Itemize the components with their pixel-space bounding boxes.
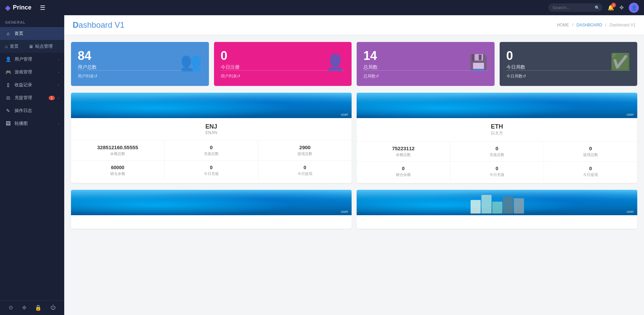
enj-recharge-label: 充值总数 bbox=[167, 151, 255, 156]
currency-4-banner-user: user bbox=[627, 209, 634, 213]
eth-subtitle: 以太方 bbox=[357, 130, 637, 136]
eth-stat-recharge: 0 充值总数 bbox=[450, 141, 544, 161]
fullscreen-icon[interactable]: ✥ bbox=[619, 4, 624, 11]
sub-nav-home[interactable]: ⌂ 首页 bbox=[0, 40, 24, 53]
mini-chart bbox=[469, 190, 637, 215]
currency-panel-eth: user ETH 以太方 75223112 余额总数 0 充值总 bbox=[357, 93, 637, 183]
stat-card-users: 84 用户总数 用户列表↺ 👥 bbox=[71, 42, 209, 86]
sub-nav: ⌂ 首页 🖥 站点管理 bbox=[0, 40, 64, 53]
eth-withdraw-value: 0 bbox=[547, 145, 635, 151]
eth-locked-value: 0 bbox=[359, 166, 447, 171]
sidebar-item-users[interactable]: 👤 用户管理 › bbox=[0, 53, 64, 66]
breadcrumb-sep2: / bbox=[605, 23, 606, 27]
stat-footer-today-rounds[interactable]: 今日局数↺ bbox=[506, 70, 631, 79]
stat-footer-register[interactable]: 用户列表↺ bbox=[221, 70, 345, 79]
eth-stats-row1: 75223112 余额总数 0 充值总数 0 提现总数 bbox=[357, 141, 637, 161]
stat-card-total-rounds: 14 总局数 总局数↺ 💾 bbox=[357, 42, 495, 86]
sidebar-item-deposits[interactable]: ⚖ 充提管理 1 › bbox=[0, 91, 64, 104]
sidebar-section-title: GENERAL bbox=[0, 15, 64, 27]
grid-icon[interactable]: ✥ bbox=[22, 305, 26, 311]
stat-footer-total-rounds[interactable]: 总局数↺ bbox=[363, 70, 488, 79]
enj-today-withdraw-label: 今日提现 bbox=[261, 171, 349, 176]
eth-stat2-locked: 0 锁仓余额 bbox=[357, 162, 450, 181]
eth-withdraw-label: 提现总数 bbox=[547, 152, 635, 157]
power-icon[interactable]: ⏻ bbox=[50, 305, 56, 311]
enj-balance-value: 328512160.55555 bbox=[74, 144, 162, 150]
currency-body-4 bbox=[357, 215, 637, 229]
currency-body-eth: ETH 以太方 75223112 余额总数 0 充值总数 bbox=[357, 118, 637, 183]
enj-name: ENJ bbox=[71, 123, 352, 130]
deposits-icon: ⚖ bbox=[5, 95, 11, 100]
notification-bell[interactable]: 🔔 1 bbox=[607, 4, 614, 11]
deposits-arrow: › bbox=[58, 96, 59, 100]
sidebar-item-earnings[interactable]: ₿ 收益记录 › bbox=[0, 78, 64, 91]
game-icon: 🎮 bbox=[5, 69, 11, 75]
carousel-icon: 🖼 bbox=[5, 121, 11, 126]
enj-withdraw-value: 2900 bbox=[261, 144, 349, 150]
dashboard-body: 84 用户总数 用户列表↺ 👥 0 今日注册 用户列表↺ 👤 14 总局数 总局… bbox=[64, 35, 644, 242]
currency-body-enj: ENJ ENJIN 328512160.55555 余额总数 0 充值总数 bbox=[71, 118, 352, 182]
eth-locked-label: 锁仓余额 bbox=[359, 172, 447, 177]
sidebar-item-home[interactable]: ⌂ 首页 bbox=[0, 27, 64, 40]
enj-stat-balance: 328512160.55555 余额总数 bbox=[71, 140, 165, 160]
search-icon[interactable]: 🔍 bbox=[595, 5, 600, 10]
enj-locked-label: 锁仓余额 bbox=[74, 171, 162, 176]
sidebar-label-users: 用户管理 bbox=[15, 56, 55, 62]
enj-stat2-today-recharge: 0 今日充值 bbox=[165, 161, 258, 180]
logo: ◈ Prince bbox=[5, 4, 31, 12]
user-avatar[interactable]: 👤 bbox=[629, 3, 639, 13]
title-rest: ashboard V1 bbox=[78, 20, 124, 29]
home-icon: ⌂ bbox=[5, 31, 11, 36]
sidebar-item-games[interactable]: 🎮 游戏管理 › bbox=[0, 66, 64, 78]
eth-balance-value: 75223112 bbox=[359, 145, 447, 151]
eth-recharge-value: 0 bbox=[453, 145, 541, 151]
sub-nav-sites[interactable]: 🖥 站点管理 bbox=[24, 40, 58, 53]
eth-stats-row2: 0 锁仓余额 0 今日充值 0 今日提现 bbox=[357, 161, 637, 181]
users-stat-icon: 👥 bbox=[180, 51, 202, 72]
breadcrumb-dashboard: DASHBOARD bbox=[576, 23, 602, 27]
enj-stat-recharge: 0 充值总数 bbox=[165, 140, 258, 160]
sidebar-label-carousel: 轮播图 bbox=[15, 120, 55, 127]
user-mgmt-icon: 👤 bbox=[5, 57, 11, 62]
enj-today-recharge-label: 今日充值 bbox=[167, 171, 255, 176]
games-arrow: › bbox=[58, 70, 59, 74]
db-stat-icon: 💾 bbox=[469, 53, 488, 71]
enj-locked-value: 60000 bbox=[74, 165, 162, 170]
page-header: Dashboard V1 HOME / DASHBOARD / Dashboar… bbox=[64, 15, 644, 35]
eth-stat-balance: 75223112 余额总数 bbox=[357, 141, 450, 161]
sub-nav-sites-label: 站点管理 bbox=[35, 43, 53, 49]
currency-banner-4: user bbox=[357, 190, 637, 215]
enj-stat2-locked: 60000 锁仓余额 bbox=[71, 161, 165, 180]
breadcrumb-home[interactable]: HOME bbox=[557, 23, 569, 27]
header-left: ◈ Prince ☰ bbox=[5, 4, 45, 12]
search-input[interactable] bbox=[548, 3, 602, 12]
breadcrumb: HOME / DASHBOARD / Dashboard V1 bbox=[557, 23, 636, 27]
eth-stat-withdraw: 0 提现总数 bbox=[544, 141, 637, 161]
currency-row-2: user user bbox=[71, 190, 637, 229]
settings-icon[interactable]: ⚙ bbox=[8, 305, 13, 311]
monitor-icon: ⌂ bbox=[5, 44, 8, 49]
eth-recharge-label: 充值总数 bbox=[453, 152, 541, 157]
enj-balance-label: 余额总数 bbox=[74, 151, 162, 156]
currency-3-banner-user: user bbox=[341, 209, 348, 213]
currency-body-3 bbox=[71, 215, 352, 229]
enj-stat-withdraw: 2900 提现总数 bbox=[258, 140, 352, 160]
check-stat-icon: ✅ bbox=[610, 52, 630, 71]
breadcrumb-current: Dashboard V1 bbox=[610, 23, 636, 27]
enj-today-recharge-value: 0 bbox=[167, 165, 255, 170]
hamburger-menu[interactable]: ☰ bbox=[40, 4, 45, 12]
title-prefix: D bbox=[73, 20, 78, 29]
users-arrow: › bbox=[58, 58, 59, 61]
sidebar-item-carousel[interactable]: 🖼 轮播图 › bbox=[0, 117, 64, 130]
search-wrapper: 🔍 bbox=[548, 3, 602, 12]
currency-banner-enj: user bbox=[71, 93, 352, 118]
eth-stat2-today-recharge: 0 今日充值 bbox=[450, 162, 544, 181]
sidebar-item-oplog[interactable]: ✎ 操作日志 bbox=[0, 104, 64, 117]
register-stat-icon: 👤 bbox=[326, 53, 345, 71]
sidebar-label-earnings: 收益记录 bbox=[15, 82, 55, 88]
currency-panel-4: user bbox=[357, 190, 637, 229]
sidebar: GENERAL ⌂ 首页 ⌂ 首页 🖥 站点管理 👤 用户管理 › 🎮 游戏管理… bbox=[0, 15, 64, 315]
eth-today-recharge-value: 0 bbox=[453, 166, 541, 171]
enj-stats-row2: 60000 锁仓余额 0 今日充值 0 今日提现 bbox=[71, 160, 352, 180]
lock-icon[interactable]: 🔒 bbox=[35, 305, 42, 311]
